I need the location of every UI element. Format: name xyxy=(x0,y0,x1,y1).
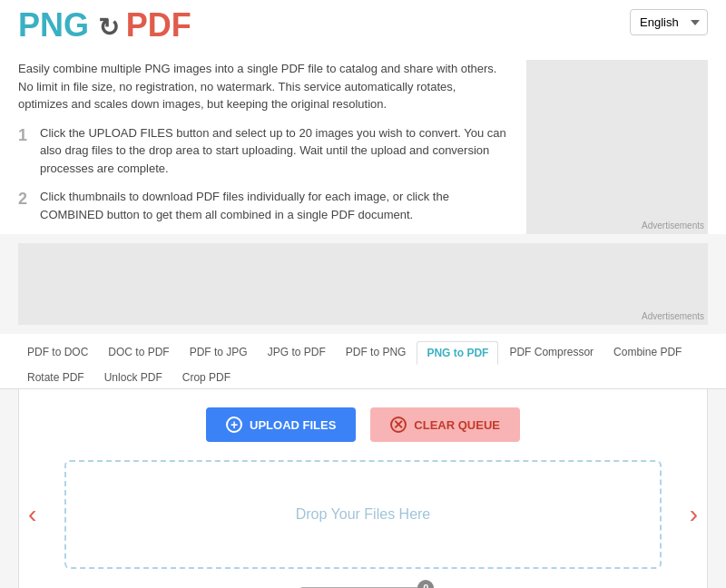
logo-png: PNG xyxy=(18,6,89,44)
drop-placeholder: Drop Your Files Here xyxy=(296,506,431,523)
step-text-2: Click thumbnails to download PDF files i… xyxy=(40,188,508,223)
nav-tab-pdf-compressor[interactable]: PDF Compressor xyxy=(500,341,603,365)
ad-label-bottom: Advertisements xyxy=(642,311,704,321)
clear-button[interactable]: ✕ CLEAR QUEUE xyxy=(370,407,520,442)
steps: 1 Click the UPLOAD FILES button and sele… xyxy=(18,124,508,224)
step-number-2: 2 xyxy=(18,188,40,211)
content-area: Easily combine multiple PNG images into … xyxy=(0,51,726,234)
toolbar: + UPLOAD FILES ✕ CLEAR QUEUE xyxy=(37,407,689,442)
nav-tab-crop-pdf[interactable]: Crop PDF xyxy=(173,367,240,388)
combined-badge: 0 xyxy=(417,580,434,588)
logo-pdf: PDF xyxy=(126,6,191,44)
ad-label-right: Advertisements xyxy=(642,220,704,230)
header: PNG ↻ PDF English Français Español Deuts… xyxy=(0,0,726,51)
step-1: 1 Click the UPLOAD FILES button and sele… xyxy=(18,124,508,178)
nav-tab-rotate-pdf[interactable]: Rotate PDF xyxy=(18,367,93,388)
language-select[interactable]: English Français Español Deutsch 中文 xyxy=(630,9,708,35)
nav-tab-doc-to-pdf[interactable]: DOC to PDF xyxy=(99,341,178,365)
step-text-1: Click the UPLOAD FILES button and select… xyxy=(40,124,508,178)
upload-label: UPLOAD FILES xyxy=(250,418,336,432)
logo: PNG ↻ PDF xyxy=(18,9,191,42)
nav-tab-pdf-to-doc[interactable]: PDF to DOC xyxy=(18,341,97,365)
arrow-right[interactable]: › xyxy=(690,500,698,529)
intro-text: Easily combine multiple PNG images into … xyxy=(18,60,508,113)
arrow-left[interactable]: ‹ xyxy=(28,500,36,529)
nav-tabs: PDF to DOCDOC to PDFPDF to JPGJPG to PDF… xyxy=(0,334,726,389)
logo-to: ↻ xyxy=(98,14,126,42)
ad-box-bottom: Advertisements xyxy=(18,243,708,325)
nav-tab-jpg-to-pdf[interactable]: JPG to PDF xyxy=(259,341,335,365)
upload-button[interactable]: + UPLOAD FILES xyxy=(206,407,356,442)
nav-tab-png-to-pdf[interactable]: PNG to PDF xyxy=(417,341,498,365)
ad-box-right: Advertisements xyxy=(526,60,708,234)
main-panel: + UPLOAD FILES ✕ CLEAR QUEUE ‹ Drop Your… xyxy=(18,389,708,588)
nav-tab-unlock-pdf[interactable]: Unlock PDF xyxy=(95,367,172,388)
slider-wrapper: ‹ Drop Your Files Here › xyxy=(55,460,671,569)
drop-zone[interactable]: Drop Your Files Here xyxy=(64,460,662,569)
step-2: 2 Click thumbnails to download PDF files… xyxy=(18,188,508,223)
x-icon: ✕ xyxy=(390,416,407,433)
clear-label: CLEAR QUEUE xyxy=(414,418,500,432)
nav-tab-pdf-to-jpg[interactable]: PDF to JPG xyxy=(181,341,257,365)
plus-icon: + xyxy=(226,416,242,433)
nav-tab-combine-pdf[interactable]: Combine PDF xyxy=(604,341,691,365)
nav-tab-pdf-to-png[interactable]: PDF to PNG xyxy=(337,341,416,365)
description: Easily combine multiple PNG images into … xyxy=(18,60,526,234)
step-number-1: 1 xyxy=(18,124,40,147)
